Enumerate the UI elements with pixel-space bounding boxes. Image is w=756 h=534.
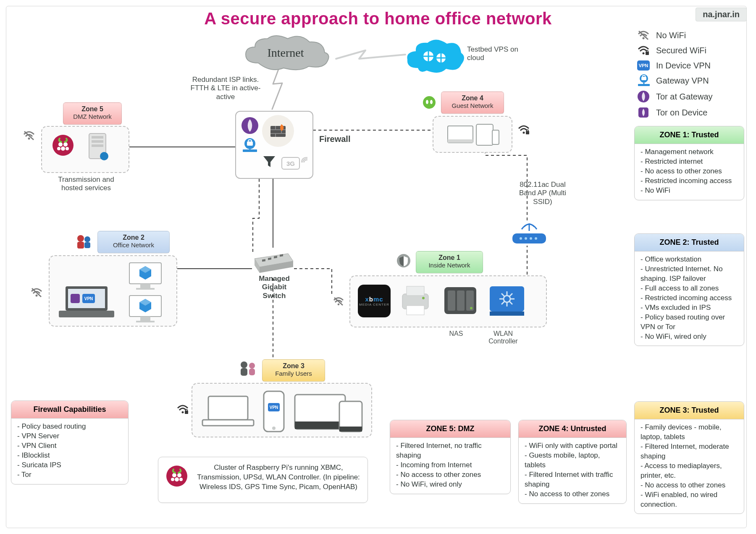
svg-rect-72 — [448, 291, 455, 311]
zone5-dmz-card: ZONE 5: DMZ Filtered Internet, no traffi… — [390, 420, 511, 494]
svg-rect-49 — [77, 242, 84, 249]
zone2-trusted-card: ZONE 2: Trusted Office workstation Unres… — [634, 233, 744, 346]
card-header: ZONE 3: Trusted — [635, 402, 744, 419]
card-body: Management network Restricted internet N… — [635, 144, 744, 200]
filter-funnel-icon — [262, 154, 276, 170]
svg-rect-69 — [407, 306, 424, 315]
zone3-trusted-card: ZONE 3: Trusted Family devices - mobile,… — [634, 401, 744, 514]
pi-cluster-text: Cluster of Raspberry Pi's running XBMC, … — [197, 463, 360, 492]
svg-rect-40 — [492, 130, 499, 144]
zone4-untrusted-card: ZONE 4: Untrusted WiFi only with captive… — [518, 420, 627, 504]
page-title: A secure approach to home office network — [0, 9, 756, 28]
nas-icon — [441, 284, 480, 319]
card-header: ZONE 2: Trusted — [635, 234, 744, 251]
gateway-vpn-small-icon — [241, 138, 259, 155]
badge-3g: 3G — [281, 157, 308, 170]
svg-point-75 — [470, 307, 472, 309]
card-body: WiFi only with captive portal Guests mob… — [519, 438, 626, 503]
svg-point-115 — [171, 478, 174, 481]
svg-point-108 — [182, 411, 184, 414]
wifi-off-icon — [637, 29, 650, 42]
card-header: ZONE 5: DMZ — [390, 420, 510, 438]
firewall-box: 3G — [235, 111, 313, 179]
svg-point-111 — [166, 466, 187, 487]
svg-rect-38 — [448, 139, 473, 143]
svg-point-35 — [426, 100, 428, 104]
svg-rect-95 — [241, 368, 247, 376]
devices-icon — [447, 123, 500, 149]
guest-wifi-lock-icon — [517, 124, 530, 137]
svg-point-34 — [423, 96, 436, 109]
svg-rect-63 — [136, 321, 155, 322]
raspberry-pi-icon — [52, 134, 74, 158]
family-laptop-icon — [201, 394, 255, 432]
svg-point-114 — [175, 477, 179, 482]
card-header: ZONE 4: Untrusted — [519, 420, 626, 438]
wifi-lock-icon — [637, 44, 650, 57]
svg-point-25 — [57, 147, 60, 150]
svg-point-32 — [28, 138, 30, 140]
alien-icon — [423, 96, 436, 111]
svg-text:VPN: VPN — [84, 296, 93, 301]
svg-point-21 — [52, 135, 74, 156]
firewall-capabilities-card: Firewall Capabilities Policy based routi… — [11, 400, 129, 484]
dmz-sub: Transmission and hosted services — [50, 175, 122, 193]
svg-rect-98 — [208, 396, 248, 420]
card-body: Family devices - mobile, laptop, tablets… — [635, 419, 744, 513]
svg-point-116 — [179, 478, 183, 481]
svg-rect-120 — [646, 52, 649, 55]
legend-tor-device: Tor on Device — [637, 106, 707, 119]
vpn-badge-icon: VPN — [637, 59, 650, 72]
tor-device-icon — [637, 106, 650, 119]
svg-rect-54 — [59, 311, 114, 317]
svg-rect-73 — [457, 291, 465, 311]
svg-text:VPN: VPN — [639, 63, 648, 68]
svg-rect-110 — [186, 409, 187, 411]
vps-cloud — [403, 38, 466, 81]
firewall-label: Firewall — [319, 134, 350, 144]
ap-label: 802.11ac Dual Band AP (Multi SSID) — [513, 181, 572, 206]
switch-label: Managed Gigabit Switch — [255, 275, 293, 300]
vm-icon-2 — [125, 294, 165, 326]
svg-rect-29 — [92, 140, 103, 143]
svg-text:VPN: VPN — [270, 405, 278, 410]
zone1-trusted-card: ZONE 1: Trusted Management network Restr… — [634, 126, 744, 200]
svg-rect-107 — [339, 427, 362, 432]
firewall-main-icon — [262, 115, 294, 147]
zone1-label: Zone 1Inside Network — [416, 251, 483, 273]
shield-icon — [396, 254, 411, 270]
svg-point-41 — [523, 132, 525, 134]
access-point-icon — [509, 222, 549, 251]
svg-point-36 — [430, 100, 433, 104]
svg-rect-51 — [84, 242, 90, 248]
svg-point-91 — [525, 237, 527, 240]
dmz-wifi-off-icon — [23, 130, 35, 143]
svg-point-26 — [66, 147, 69, 150]
svg-point-113 — [177, 473, 181, 477]
family-users-icon — [238, 360, 258, 380]
nas-label: NAS — [439, 330, 473, 338]
tor-gateway-legend-icon — [637, 90, 650, 103]
family-node: VPN — [192, 383, 372, 437]
card-body: Office workstation Unrestricted Internet… — [635, 251, 744, 346]
tor-gateway-icon — [241, 117, 259, 136]
gateway-vpn-icon — [637, 74, 650, 87]
svg-point-96 — [249, 363, 255, 369]
svg-point-23 — [63, 142, 68, 147]
svg-point-94 — [241, 361, 247, 368]
inside-node: xbmc MEDIA CENTER — [349, 275, 547, 327]
legend-tor-gateway: Tor at Gateway — [637, 90, 713, 103]
office-wifi-off-icon — [30, 287, 43, 300]
guest-node — [433, 116, 512, 153]
svg-rect-97 — [249, 369, 255, 375]
legend-no-wifi: No WiFi — [637, 29, 686, 42]
signal-icon — [301, 156, 308, 163]
vm-icon-1 — [125, 261, 165, 293]
svg-point-90 — [520, 237, 522, 240]
internet-label: Internet — [237, 46, 334, 60]
svg-rect-89 — [512, 233, 546, 243]
wlan-controller-icon — [487, 284, 527, 319]
family-tablets-icon — [293, 391, 365, 435]
svg-rect-59 — [140, 284, 150, 288]
zone5-label: Zone 5DMZ Network — [63, 102, 122, 125]
